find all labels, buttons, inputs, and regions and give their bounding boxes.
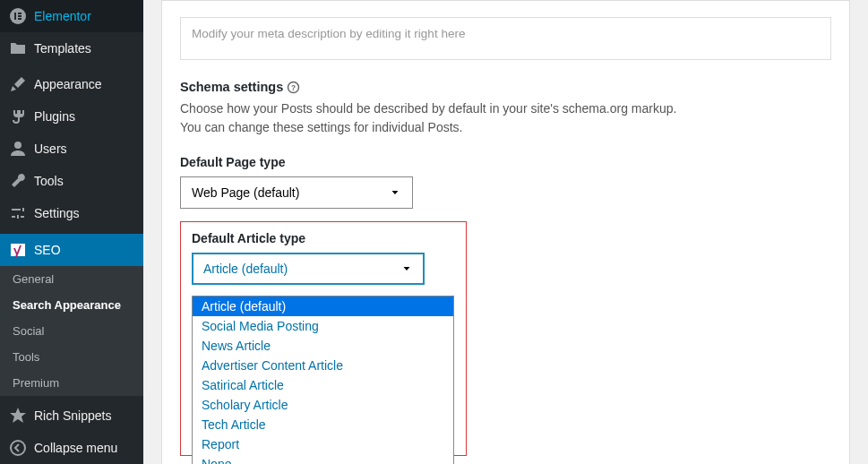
help-icon[interactable]: ? — [287, 81, 300, 94]
collapse-icon — [9, 439, 27, 457]
schema-settings-title: Schema settings ? — [180, 80, 831, 94]
wrench-icon — [9, 172, 27, 190]
star-icon — [9, 407, 27, 425]
sidebar-item-plugins[interactable]: Plugins — [0, 100, 143, 133]
sidebar-label: Elementor — [34, 9, 91, 23]
sidebar-item-collapse[interactable]: Collapse menu — [0, 432, 143, 464]
user-icon — [9, 140, 27, 158]
chevron-down-icon — [389, 186, 401, 199]
sidebar-item-elementor[interactable]: Elementor — [0, 0, 143, 32]
dropdown-option[interactable]: Advertiser Content Article — [193, 356, 453, 375]
dropdown-option[interactable]: Article (default) — [193, 296, 453, 316]
sidebar-label: Settings — [34, 206, 80, 220]
svg-rect-3 — [18, 15, 21, 17]
schema-settings-desc: Choose how your Posts should be describe… — [180, 99, 682, 137]
dropdown-option[interactable]: News Article — [193, 336, 453, 356]
dropdown-option[interactable]: Report — [193, 434, 453, 454]
elementor-icon — [9, 7, 27, 25]
svg-text:?: ? — [291, 83, 296, 91]
seo-sub-social[interactable]: Social — [0, 318, 143, 344]
svg-point-6 — [11, 441, 25, 455]
plug-icon — [9, 107, 27, 125]
svg-rect-1 — [14, 13, 16, 20]
article-type-value: Article (default) — [203, 262, 288, 276]
brush-icon — [9, 75, 27, 93]
sidebar-label: Templates — [34, 41, 91, 56]
seo-sub-premium[interactable]: Premium — [0, 370, 143, 396]
page-type-value: Web Page (default) — [192, 185, 299, 200]
sidebar-item-templates[interactable]: Templates — [0, 32, 143, 64]
sidebar-label: Appearance — [34, 77, 102, 91]
sidebar-item-rich-snippets[interactable]: Rich Snippets — [0, 400, 143, 432]
sidebar-item-users[interactable]: Users — [0, 133, 143, 165]
svg-point-5 — [14, 142, 21, 149]
svg-rect-4 — [18, 18, 21, 20]
sidebar-label: Users — [34, 142, 67, 156]
meta-description-input[interactable]: Modify your meta description by editing … — [180, 17, 831, 60]
sidebar-item-seo[interactable]: SEO — [0, 234, 143, 266]
article-type-highlight: Default Article type Article (default) A… — [180, 221, 467, 456]
settings-panel: Modify your meta description by editing … — [161, 0, 850, 464]
meta-placeholder: Modify your meta description by editing … — [192, 27, 465, 40]
sidebar-label: Collapse menu — [34, 441, 117, 455]
seo-sub-tools[interactable]: Tools — [0, 344, 143, 370]
sidebar-label: Tools — [34, 174, 64, 188]
sidebar-label: SEO — [34, 243, 61, 257]
sliders-icon — [9, 204, 27, 222]
sidebar-label: Plugins — [34, 109, 75, 124]
sidebar-label: Rich Snippets — [34, 408, 111, 423]
article-type-label: Default Article type — [192, 231, 455, 245]
admin-sidebar: Elementor Templates Appearance Plugins U… — [0, 0, 143, 464]
sidebar-item-appearance[interactable]: Appearance — [0, 68, 143, 100]
page-type-label: Default Page type — [180, 155, 831, 169]
folder-icon — [9, 39, 27, 57]
page-type-select[interactable]: Web Page (default) — [180, 176, 413, 209]
seo-sub-general[interactable]: General — [0, 266, 143, 292]
sidebar-item-settings[interactable]: Settings — [0, 197, 143, 229]
yoast-icon — [9, 241, 27, 259]
svg-rect-2 — [18, 13, 21, 14]
chevron-down-icon — [400, 262, 413, 275]
article-type-dropdown: Article (default) Social Media Posting N… — [192, 296, 454, 464]
dropdown-option[interactable]: Satirical Article — [193, 375, 453, 395]
dropdown-option[interactable]: Social Media Posting — [193, 316, 453, 336]
seo-sub-search-appearance[interactable]: Search Appearance — [0, 292, 143, 318]
dropdown-option[interactable]: None — [193, 454, 453, 464]
sidebar-item-tools[interactable]: Tools — [0, 165, 143, 197]
dropdown-option[interactable]: Scholary Article — [193, 395, 453, 415]
article-type-select[interactable]: Article (default) — [192, 253, 425, 285]
dropdown-option[interactable]: Tech Article — [193, 415, 453, 434]
main-content: Modify your meta description by editing … — [143, 0, 868, 464]
